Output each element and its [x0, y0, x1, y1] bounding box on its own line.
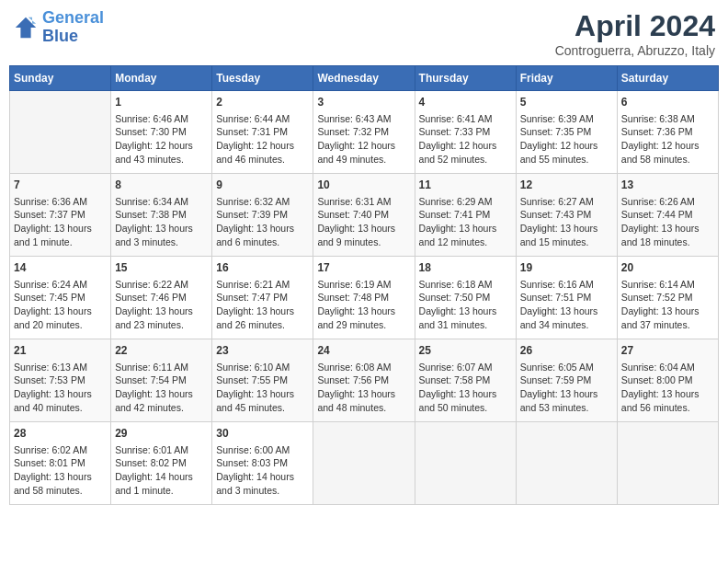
day-info: Sunrise: 6:13 AM — [14, 361, 107, 374]
day-info: Sunrise: 6:19 AM — [317, 278, 410, 292]
day-info: Sunset: 7:58 PM — [419, 373, 512, 387]
calendar-cell: 24Sunrise: 6:08 AMSunset: 7:56 PMDayligh… — [313, 339, 415, 422]
day-number: 20 — [621, 260, 714, 276]
day-number: 1 — [115, 95, 208, 110]
day-number: 2 — [216, 95, 309, 110]
calendar-cell: 14Sunrise: 6:24 AMSunset: 7:45 PMDayligh… — [10, 257, 111, 339]
calendar-cell: 23Sunrise: 6:10 AMSunset: 7:55 PMDayligh… — [212, 339, 313, 422]
day-info: Sunset: 7:40 PM — [317, 208, 410, 222]
day-info: and 45 minutes. — [216, 401, 309, 415]
day-info: Daylight: 13 hours — [419, 387, 512, 401]
day-info: Sunrise: 6:02 AM — [14, 443, 107, 457]
day-info: Daylight: 13 hours — [14, 304, 107, 318]
day-info: and 56 minutes. — [621, 401, 714, 415]
day-info: Sunrise: 6:07 AM — [419, 361, 512, 374]
day-info: Sunset: 8:02 PM — [115, 456, 208, 470]
day-info: Daylight: 14 hours — [216, 470, 309, 484]
day-info: Sunset: 7:56 PM — [317, 373, 410, 387]
day-info: Daylight: 13 hours — [115, 222, 208, 236]
day-number: 24 — [317, 343, 410, 359]
calendar-cell — [313, 422, 415, 505]
day-info: Sunrise: 6:10 AM — [216, 361, 309, 374]
logo-icon — [13, 15, 39, 40]
day-info: and 37 minutes. — [621, 318, 714, 332]
day-header: Friday — [516, 66, 617, 91]
day-info: Sunset: 7:54 PM — [115, 373, 208, 387]
calendar-cell: 27Sunrise: 6:04 AMSunset: 8:00 PMDayligh… — [617, 339, 718, 422]
day-info: Daylight: 14 hours — [115, 470, 208, 484]
day-info: Sunset: 7:39 PM — [216, 208, 309, 222]
day-number: 7 — [14, 178, 107, 193]
day-number: 15 — [115, 260, 208, 276]
day-info: Sunset: 7:36 PM — [621, 125, 714, 139]
day-number: 22 — [115, 343, 208, 359]
day-info: and 53 minutes. — [520, 401, 613, 415]
day-info: and 3 minutes. — [115, 236, 208, 249]
day-info: and 48 minutes. — [317, 401, 410, 415]
day-info: Sunset: 7:38 PM — [115, 208, 208, 222]
day-info: Sunset: 7:52 PM — [621, 291, 714, 304]
day-info: Daylight: 12 hours — [419, 139, 512, 153]
day-number: 10 — [317, 178, 410, 193]
calendar-cell: 28Sunrise: 6:02 AMSunset: 8:01 PMDayligh… — [10, 422, 111, 505]
day-info: Sunrise: 6:22 AM — [115, 278, 208, 292]
calendar-week-row: 21Sunrise: 6:13 AMSunset: 7:53 PMDayligh… — [10, 339, 719, 422]
day-info: and 50 minutes. — [419, 401, 512, 415]
day-number: 16 — [216, 260, 309, 276]
day-info: and 43 minutes. — [115, 153, 208, 167]
day-info: and 20 minutes. — [14, 318, 107, 332]
day-info: and 55 minutes. — [520, 153, 613, 167]
day-info: Daylight: 13 hours — [419, 222, 512, 236]
day-header: Tuesday — [212, 66, 313, 91]
day-info: Daylight: 13 hours — [317, 222, 410, 236]
calendar-cell — [10, 91, 111, 174]
day-info: Daylight: 12 hours — [216, 139, 309, 153]
day-number: 25 — [419, 343, 512, 359]
day-info: Sunrise: 6:16 AM — [520, 278, 613, 292]
svg-marker-0 — [16, 17, 36, 38]
calendar-cell: 8Sunrise: 6:34 AMSunset: 7:38 PMDaylight… — [111, 174, 212, 257]
calendar-week-row: 7Sunrise: 6:36 AMSunset: 7:37 PMDaylight… — [10, 174, 719, 257]
calendar-cell: 10Sunrise: 6:31 AMSunset: 7:40 PMDayligh… — [313, 174, 415, 257]
day-info: Sunrise: 6:43 AM — [317, 112, 410, 126]
day-info: and 3 minutes. — [216, 484, 309, 498]
day-info: Daylight: 13 hours — [14, 470, 107, 484]
day-info: Daylight: 13 hours — [520, 387, 613, 401]
calendar-week-row: 1Sunrise: 6:46 AMSunset: 7:30 PMDaylight… — [10, 91, 719, 174]
day-number: 12 — [520, 178, 613, 193]
day-info: Sunrise: 6:01 AM — [115, 443, 208, 457]
day-info: Daylight: 13 hours — [317, 304, 410, 318]
day-info: Sunrise: 6:36 AM — [14, 195, 107, 209]
day-number: 9 — [216, 178, 309, 193]
day-info: Daylight: 13 hours — [14, 387, 107, 401]
day-info: Daylight: 13 hours — [216, 304, 309, 318]
day-info: Sunset: 7:44 PM — [621, 208, 714, 222]
calendar-cell: 1Sunrise: 6:46 AMSunset: 7:30 PMDaylight… — [111, 91, 212, 174]
day-info: Sunset: 7:35 PM — [520, 125, 613, 139]
day-info: Daylight: 13 hours — [115, 387, 208, 401]
day-info: Sunset: 7:50 PM — [419, 291, 512, 304]
day-info: Daylight: 13 hours — [520, 222, 613, 236]
day-info: Daylight: 13 hours — [317, 387, 410, 401]
calendar-header: SundayMondayTuesdayWednesdayThursdayFrid… — [10, 66, 719, 91]
day-info: Sunset: 7:37 PM — [14, 208, 107, 222]
day-info: Sunset: 8:00 PM — [621, 373, 714, 387]
day-info: Sunset: 7:43 PM — [520, 208, 613, 222]
day-info: and 29 minutes. — [317, 318, 410, 332]
day-info: Sunrise: 6:00 AM — [216, 443, 309, 457]
day-info: Daylight: 12 hours — [317, 139, 410, 153]
day-info: Sunrise: 6:18 AM — [419, 278, 512, 292]
day-info: Sunset: 7:53 PM — [14, 373, 107, 387]
day-info: and 34 minutes. — [520, 318, 613, 332]
day-info: Sunrise: 6:05 AM — [520, 361, 613, 374]
calendar-cell — [617, 422, 718, 505]
day-number: 29 — [115, 426, 208, 442]
day-info: Sunrise: 6:34 AM — [115, 195, 208, 209]
calendar-cell: 9Sunrise: 6:32 AMSunset: 7:39 PMDaylight… — [212, 174, 313, 257]
calendar-cell: 15Sunrise: 6:22 AMSunset: 7:46 PMDayligh… — [111, 257, 212, 339]
day-info: Sunset: 8:01 PM — [14, 456, 107, 470]
day-number: 11 — [419, 178, 512, 193]
day-info: and 40 minutes. — [14, 401, 107, 415]
day-info: and 31 minutes. — [419, 318, 512, 332]
calendar-cell: 19Sunrise: 6:16 AMSunset: 7:51 PMDayligh… — [516, 257, 617, 339]
